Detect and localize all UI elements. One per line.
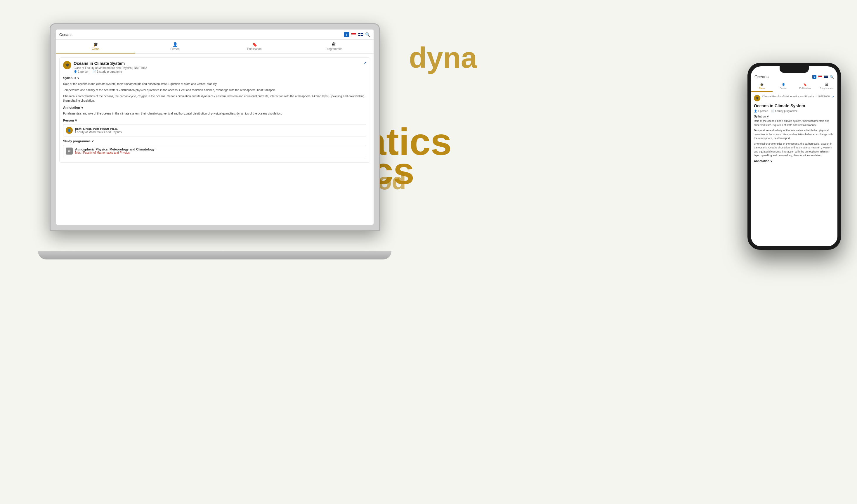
meta-programme-icon: 📄: [93, 70, 96, 73]
phone-external-link[interactable]: ↗: [831, 95, 834, 99]
class-tab-label: Class: [92, 47, 99, 51]
person-section-header[interactable]: Person ∨: [63, 119, 366, 122]
syllabus-para-1: Role of the oceans in the climate system…: [63, 82, 366, 86]
phone-info-icon[interactable]: i: [812, 75, 817, 79]
person-tab-label: Person: [170, 47, 180, 51]
programmes-tab-label: Programmes: [325, 47, 342, 51]
phone-tab-person[interactable]: 👤 Person: [773, 81, 794, 92]
phone-app-header: Oceans i 🔍: [751, 73, 837, 81]
phone-card-code: NMET068: [818, 95, 830, 98]
tab-publication[interactable]: 🔖 Publication: [215, 40, 294, 53]
phone-meta-programme-icon: 📄: [771, 110, 774, 113]
phone-app-ui: Oceans i 🔍 🎓 Class: [751, 66, 837, 246]
meta-programme: 1 study programme: [97, 70, 122, 73]
phone-flag-uk[interactable]: [824, 75, 828, 78]
external-link[interactable]: ↗: [363, 61, 366, 65]
search-button[interactable]: 🔍: [365, 32, 370, 37]
phone-notch: [779, 66, 809, 73]
meta-person-icon: 👤: [73, 70, 77, 73]
phone-syllabus-para-2: Temperature and salinity of the sea wate…: [754, 129, 835, 140]
person-faculty: Faculty of Mathematics and Physics: [75, 131, 122, 134]
phone-class-icon: 🎓: [754, 95, 760, 101]
syllabus-para-3: Chemical characteristics of the oceans, …: [63, 94, 366, 103]
meta-person: 1 person: [78, 70, 89, 73]
programme-sub: Mgr. | Faculty of Mathematics and Physic…: [75, 151, 154, 154]
class-tab-icon: 🎓: [93, 42, 98, 47]
phone-tab-programmes[interactable]: 🏛 Programmes: [816, 81, 837, 92]
laptop-app-ui: Oceans i 🔍 🎓 Class: [56, 30, 374, 225]
phone-meta-person: 1 person: [758, 110, 768, 113]
wordcloud-word: dyna: [409, 41, 477, 74]
phone-card-title: Oceans in Climate System: [754, 103, 835, 108]
tab-class[interactable]: 🎓 Class: [56, 40, 135, 53]
laptop-app-title: Oceans: [59, 32, 72, 37]
phone-annotation-header[interactable]: Annotation ∨: [754, 159, 835, 163]
phone-publication-tab-icon: 🔖: [803, 83, 807, 86]
phone-app-title: Oceans: [755, 74, 769, 79]
phone-content-area[interactable]: 🎓 Class at Faculty of Mathematics and Ph…: [751, 92, 837, 246]
phone-meta-programme: 1 study programme: [775, 110, 798, 113]
class-icon: 🎓: [63, 61, 71, 69]
person-name: prof. RNDr. Petr Pišoft Ph.D.: [75, 127, 122, 131]
phone-programmes-tab-icon: 🏛: [825, 83, 828, 86]
phone-card-meta: 👤 1 person 📄 1 study programme: [754, 110, 835, 113]
result-card: 🎓 Oceans in Climate System Class at Facu…: [59, 57, 370, 163]
programme-info: Atmospheric Physics, Meteorology and Cli…: [75, 148, 154, 154]
phone-tab-publication[interactable]: 🔖 Publication: [794, 81, 816, 92]
publication-tab-label: Publication: [247, 47, 262, 51]
tab-programmes[interactable]: 🏛 Programmes: [294, 40, 374, 53]
flag-uk-icon[interactable]: [358, 33, 363, 36]
laptop-content-area[interactable]: 🎓 Oceans in Climate System Class at Facu…: [56, 54, 374, 225]
phone-header-icons: i 🔍: [812, 75, 834, 79]
person-avatar: 👤: [66, 127, 73, 134]
card-subtitle: Class at Faculty of Mathematics and Phys…: [73, 66, 361, 69]
card-title: Oceans in Climate System: [73, 61, 361, 66]
programme-icon: 🏛: [66, 148, 73, 154]
syllabus-header[interactable]: Syllabus ∨: [63, 76, 366, 80]
programme-card: 🏛 Atmospheric Physics, Meteorology and C…: [63, 145, 366, 157]
phone-container: Oceans i 🔍 🎓 Class: [747, 63, 841, 250]
header-icons: i 🔍: [344, 32, 370, 37]
programmes-tab-icon: 🏛: [332, 42, 336, 47]
phone-nav-tabs: 🎓 Class 👤 Person 🔖 Publication 🏛 Program…: [751, 81, 837, 92]
phone-syllabus-para-3: Chemical characteristics of the oceans, …: [754, 142, 835, 158]
phone-meta-person-icon: 👤: [754, 110, 757, 113]
laptop-container: Oceans i 🔍 🎓 Class: [50, 23, 386, 251]
programme-name: Atmospheric Physics, Meteorology and Cli…: [75, 148, 154, 151]
phone-body: Oceans i 🔍 🎓 Class: [747, 63, 841, 250]
phone-screen: Oceans i 🔍 🎓 Class: [751, 66, 837, 246]
publication-tab-icon: 🔖: [252, 42, 257, 47]
laptop-nav-tabs: 🎓 Class 👤 Person 🔖 Publication 🏛 Program…: [56, 40, 374, 54]
study-programme-header[interactable]: Study programme ∨: [63, 139, 366, 143]
phone-syllabus-header[interactable]: Syllabus ∨: [754, 115, 835, 118]
phone-card-subtitle: Class at Faculty of Mathematics and Phys…: [762, 95, 814, 98]
phone-class-tab-icon: 🎓: [760, 83, 763, 86]
annotation-header[interactable]: Annotation ∨: [63, 106, 366, 110]
phone-card-subtitle-block: Class at Faculty of Mathematics and Phys…: [762, 95, 829, 98]
laptop-base: [38, 251, 391, 259]
laptop-app-header: Oceans i 🔍: [56, 30, 374, 40]
phone-person-tab-icon: 👤: [782, 83, 785, 86]
card-header: 🎓 Oceans in Climate System Class at Facu…: [63, 61, 366, 73]
syllabus-para-2: Temperature and salinity of the sea wate…: [63, 88, 366, 92]
person-tab-icon: 👤: [173, 42, 178, 47]
phone-programmes-tab-label: Programmes: [820, 87, 833, 89]
phone-card-header: 🎓 Class at Faculty of Mathematics and Ph…: [754, 95, 835, 101]
annotation-text: Fundamentals and role of the oceans in t…: [63, 111, 366, 116]
laptop-screen: Oceans i 🔍 🎓 Class: [56, 30, 374, 225]
phone-publication-tab-label: Publication: [799, 87, 810, 89]
tab-person[interactable]: 👤 Person: [135, 40, 215, 53]
phone-syllabus-para-1: Role of the oceans in the climate system…: [754, 119, 835, 127]
person-card: 👤 prof. RNDr. Petr Pišoft Ph.D. Faculty …: [63, 124, 366, 136]
info-icon[interactable]: i: [344, 32, 349, 37]
phone-class-tab-label: Class: [759, 87, 765, 89]
flag-cz-icon[interactable]: [351, 33, 356, 36]
phone-person-tab-label: Person: [779, 87, 787, 89]
phone-search-button[interactable]: 🔍: [830, 75, 834, 79]
card-meta: 👤 1 person 📄 1 study programme: [73, 70, 361, 73]
laptop-body: Oceans i 🔍 🎓 Class: [50, 23, 380, 231]
card-title-block: Oceans in Climate System Class at Facult…: [73, 61, 361, 73]
person-info: prof. RNDr. Petr Pišoft Ph.D. Faculty of…: [75, 127, 122, 134]
phone-flag-cz[interactable]: [818, 75, 822, 78]
phone-tab-class[interactable]: 🎓 Class: [751, 81, 773, 92]
